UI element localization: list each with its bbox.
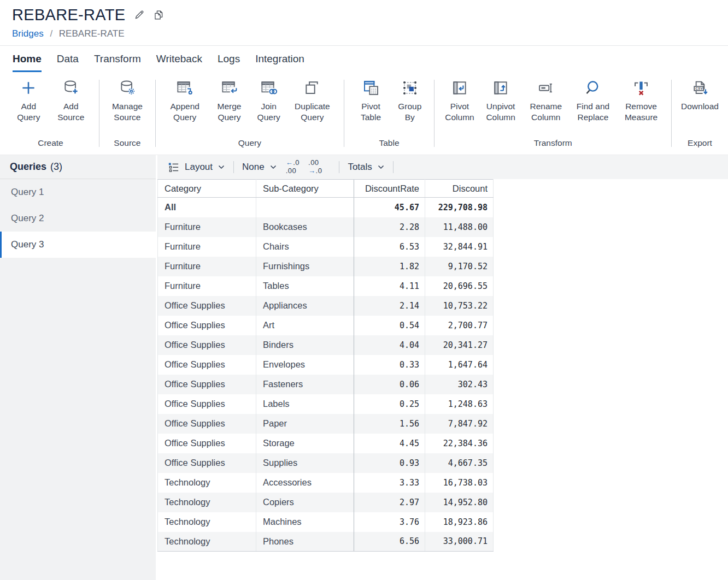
cell-discountrate: 1.56 (354, 414, 425, 434)
edit-title-icon[interactable] (133, 9, 145, 21)
dataprep-app: REBARE-RATE Bridges / REBARE-RATE HomeDa… (0, 0, 728, 580)
ribbon-button-manage-source[interactable]: Manage Source (109, 79, 146, 123)
decimal-text: .00 (286, 167, 297, 175)
ribbon-group-buttons: Add QueryAdd Source (2, 79, 99, 123)
results-table: CategorySub-CategoryDiscountRateDiscount… (157, 179, 494, 552)
manage-source-icon (119, 79, 136, 97)
ribbon-button-duplicate-query[interactable]: Duplicate Query (290, 79, 334, 123)
title-row: REBARE-RATE (12, 6, 728, 24)
cell-discount: 11,488.00 (425, 217, 494, 237)
toolbar-divider (233, 161, 234, 173)
column-header-discount[interactable]: Discount (425, 180, 494, 198)
left-arrow-glyph: ← (286, 158, 293, 167)
increase-decimal-button[interactable]: .00 →.0 (308, 159, 322, 175)
decimal-text: .0 (316, 167, 322, 175)
find-replace-icon (584, 79, 602, 97)
ribbon-group-source: Manage SourceSource (99, 79, 155, 155)
table-row: FurnitureFurnishings1.829,170.52 (158, 257, 494, 276)
table-row: TechnologyMachines3.7618,923.86 (158, 512, 494, 532)
ribbon-button-group-by[interactable]: Group By (395, 79, 425, 123)
ribbon-button-append-query[interactable]: Append Query (165, 79, 205, 123)
cell-sub-category: Machines (256, 512, 354, 532)
ribbon-button-add-query[interactable]: Add Query (11, 79, 46, 123)
breadcrumb-separator: / (50, 28, 52, 39)
cell-discountrate: 6.56 (354, 532, 425, 552)
tab-writeback[interactable]: Writeback (156, 53, 202, 72)
sidebar-item-query-3[interactable]: Query 3 (0, 232, 156, 258)
cell-sub-category: Storage (256, 434, 354, 453)
ribbon-button-label: Pivot Column (444, 101, 475, 123)
ribbon-button-label: Merge Query (212, 101, 248, 123)
table-row: Office SuppliesSupplies0.934,667.35 (158, 453, 494, 473)
column-header-sub-category[interactable]: Sub-Category (256, 180, 354, 198)
ribbon-group-create: Add QueryAdd SourceCreate (2, 79, 99, 155)
cell-discount: 20,341.27 (425, 335, 494, 355)
cell-category: Technology (158, 493, 256, 512)
ribbon-button-label: Duplicate Query (290, 101, 334, 123)
cell-category: Furniture (158, 217, 256, 237)
ribbon-button-merge-query[interactable]: Merge Query (212, 79, 248, 123)
cell-discount: 20,696.55 (425, 276, 494, 296)
table-total-row: All45.67229,708.98 (158, 198, 494, 217)
ribbon-button-label: Download (681, 101, 719, 112)
ribbon-button-join-query[interactable]: Join Query (254, 79, 284, 123)
sidebar-item-query-1[interactable]: Query 1 (0, 179, 156, 205)
tab-home[interactable]: Home (13, 53, 42, 72)
ribbon-group-caption: Create (2, 134, 99, 155)
cell-category: Office Supplies (158, 414, 256, 434)
ribbon-button-remove-measure[interactable]: Remove Measure (620, 79, 662, 123)
tab-data[interactable]: Data (57, 53, 79, 72)
cell-discount: 7,847.92 (425, 414, 494, 434)
cell-discount: 10,753.22 (425, 296, 494, 316)
table-row: FurnitureTables4.1120,696.55 (158, 276, 494, 296)
aggregate-dropdown[interactable]: None (242, 162, 277, 173)
ribbon-group-transform: Pivot ColumnUnpivot ColumnRename ColumnF… (435, 79, 671, 155)
ribbon-button-pivot-column[interactable]: Pivot Column (444, 79, 475, 123)
column-header-discountrate[interactable]: DiscountRate (354, 180, 425, 198)
ribbon-button-add-source[interactable]: Add Source (52, 79, 90, 123)
cell-discount: 16,738.03 (425, 473, 494, 493)
page-header: REBARE-RATE Bridges / REBARE-RATE (0, 0, 728, 46)
ribbon-button-pivot-table[interactable]: Pivot Table (354, 79, 389, 123)
cell-sub-category: Envelopes (256, 355, 354, 375)
table-row: TechnologyAccessories3.3316,738.03 (158, 473, 494, 493)
ribbon-button-unpivot-column[interactable]: Unpivot Column (482, 79, 520, 123)
results-table-wrap: CategorySub-CategoryDiscountRateDiscount… (157, 179, 728, 552)
ribbon-button-label: Join Query (254, 101, 284, 123)
decrease-decimal-button[interactable]: ←.0 .00 (286, 159, 300, 175)
cell-discount: 2,700.77 (425, 316, 494, 335)
tab-logs[interactable]: Logs (218, 53, 240, 72)
table-row: Office SuppliesArt0.542,700.77 (158, 316, 494, 335)
ribbon-button-label: Add Source (52, 101, 90, 123)
svg-text:CSV: CSV (695, 87, 703, 90)
breadcrumb-current: REBARE-RATE (59, 28, 125, 39)
join-query-icon (260, 79, 278, 97)
ribbon-toolbar: Add QueryAdd SourceCreateManage SourceSo… (0, 72, 728, 155)
ribbon-button-download[interactable]: CSVDownload (681, 79, 719, 112)
ribbon-group-buttons: Pivot ColumnUnpivot ColumnRename ColumnF… (435, 79, 671, 123)
breadcrumb-parent-link[interactable]: Bridges (12, 28, 44, 39)
layout-icon (167, 161, 180, 174)
totals-dropdown[interactable]: Totals (348, 162, 384, 173)
ribbon-button-find-and-replace[interactable]: Find and Replace (572, 79, 614, 123)
cell-sub-category: Accessories (256, 473, 354, 493)
column-header-category[interactable]: Category (158, 180, 256, 198)
toolbar-divider (393, 161, 394, 173)
cell-discountrate: 1.82 (354, 257, 425, 276)
ribbon-button-label: Manage Source (109, 101, 146, 123)
queries-header: Queries (3) (0, 155, 156, 179)
tab-integration[interactable]: Integration (255, 53, 304, 72)
cell-discountrate: 4.04 (354, 335, 425, 355)
cell-discount: 14,952.80 (425, 493, 494, 512)
tab-transform[interactable]: Transform (94, 53, 141, 72)
ribbon-group-caption: Source (99, 134, 155, 155)
ribbon-button-rename-column[interactable]: Rename Column (526, 79, 566, 123)
ribbon-button-label: Rename Column (526, 101, 566, 123)
cell-sub-category: Furnishings (256, 257, 354, 276)
cell-sub-category: Bookcases (256, 217, 354, 237)
sidebar-item-query-2[interactable]: Query 2 (0, 205, 156, 232)
layout-dropdown[interactable]: Layout (167, 161, 225, 174)
ribbon-group-caption: Export (672, 134, 728, 155)
remove-measure-icon (632, 79, 650, 97)
copy-title-icon[interactable] (153, 9, 165, 21)
